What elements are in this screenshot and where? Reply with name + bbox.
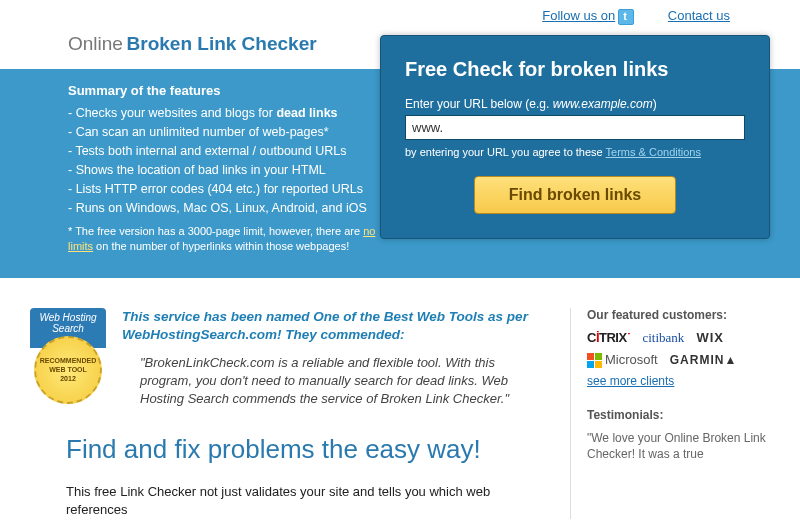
- follow-link[interactable]: Follow us on: [542, 8, 634, 23]
- contact-link[interactable]: Contact us: [668, 8, 730, 23]
- check-panel: Free Check for broken links Enter your U…: [380, 35, 770, 239]
- feature-item: - Shows the location of bad links in you…: [68, 161, 385, 180]
- main-headline: Find and fix problems the easy way!: [66, 434, 550, 465]
- features-list: - Checks your websites and blogs for dea…: [68, 104, 385, 218]
- customer-logos: CİTRIX˙ citibank WIX Microsoft GARMIN▲: [587, 330, 770, 368]
- feature-item: - Runs on Windows, Mac OS, Linux, Androi…: [68, 199, 385, 218]
- title-prefix: Online: [68, 33, 123, 54]
- logo-garmin: GARMIN▲: [670, 353, 738, 367]
- commendation-text: This service has been named One of the B…: [122, 308, 550, 344]
- feature-item: - Tests both internal and external / out…: [68, 142, 385, 161]
- url-label: Enter your URL below (e.g. www.example.c…: [405, 97, 745, 111]
- logo-citrix: CİTRIX˙: [587, 330, 630, 345]
- feature-item: - Can scan an unlimited number of web-pa…: [68, 123, 385, 142]
- testimonials-heading: Testimonials:: [587, 408, 770, 422]
- top-bar: Follow us on Contact us: [0, 0, 800, 29]
- testimonial-text: "We love your Online Broken Link Checker…: [587, 430, 770, 462]
- terms-link[interactable]: Terms & Conditions: [606, 146, 701, 158]
- twitter-icon: [618, 9, 634, 25]
- features-heading: Summary of the features: [68, 83, 385, 98]
- body-paragraph: This free Link Checker not just validate…: [66, 483, 550, 519]
- logo-citibank: citibank: [642, 330, 684, 346]
- customers-heading: Our featured customers:: [587, 308, 770, 322]
- feature-item: - Checks your websites and blogs for dea…: [68, 104, 385, 123]
- panel-heading: Free Check for broken links: [405, 58, 745, 81]
- logo-wix: WIX: [696, 330, 724, 345]
- commendation-quote: "BrokenLinkCheck.com is a reliable and f…: [122, 354, 550, 408]
- title-main: Broken Link Checker: [127, 33, 317, 54]
- features-note: * The free version has a 3000-page limit…: [68, 224, 385, 254]
- follow-text: Follow us on: [542, 8, 615, 23]
- award-badge: Web HostingSearch RECOMMENDEDWEB TOOL201…: [30, 308, 108, 403]
- see-more-clients-link[interactable]: see more clients: [587, 374, 674, 388]
- url-input[interactable]: [405, 115, 745, 140]
- logo-microsoft: Microsoft: [587, 352, 658, 368]
- terms-text: by entering your URL you agree to these …: [405, 146, 745, 158]
- feature-item: - Lists HTTP error codes (404 etc.) for …: [68, 180, 385, 199]
- find-links-button[interactable]: Find broken links: [474, 176, 676, 214]
